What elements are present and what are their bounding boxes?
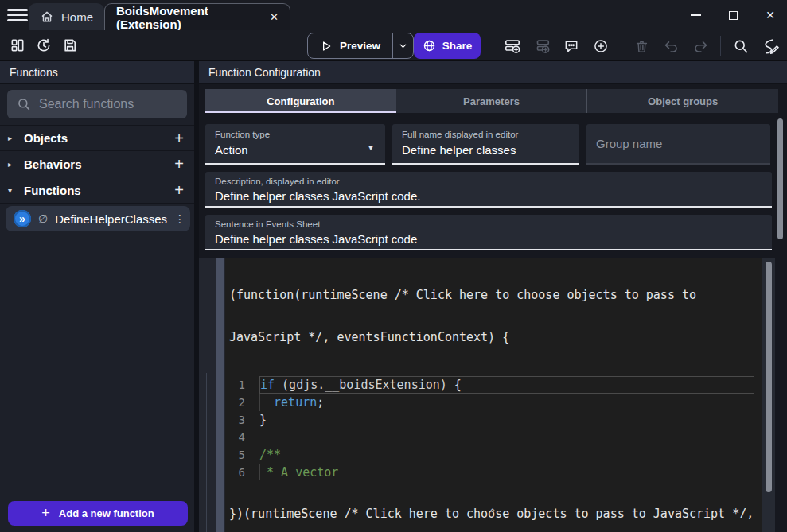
tab-boidsmovement[interactable]: BoidsMovement (Extension) ✕ [104,3,290,30]
code-wrapper-header[interactable]: (function(runtimeScene /* Click here to … [225,258,762,372]
events-scrollbar-track[interactable] [762,258,775,532]
code-line[interactable]: 5/** [225,446,762,464]
line-number: 3 [225,414,259,426]
sidebar-header: Functions [0,61,194,84]
tab-active-label: BoidsMovement (Extension) [116,4,263,31]
toolbar-divider [720,36,721,56]
configuration-header: Function Configuration [199,61,787,84]
events-drag-handle[interactable] [216,258,224,532]
js-code-editor[interactable]: (function(runtimeScene /* Click here to … [225,258,762,532]
group-name-field[interactable]: Group name [586,124,770,165]
sentence-field[interactable]: Sentence in Events Sheet Define helper c… [205,215,772,250]
code-line[interactable]: 4 [225,429,762,446]
search-input[interactable] [39,97,204,111]
share-button[interactable]: Share [414,33,481,59]
close-icon[interactable]: ✕ [765,10,776,21]
section-label: Behaviors [24,157,82,171]
play-icon [320,40,333,52]
preview-dropdown-icon[interactable] [393,33,413,58]
code-line[interactable]: 6 * A vector [225,464,762,481]
maximize-icon[interactable] [727,10,738,21]
function-icon: » [14,210,31,227]
code-text: /** [259,446,754,464]
undo-icon[interactable] [661,37,680,56]
configuration-title: Function Configuration [208,66,321,79]
tab-parameters[interactable]: Parameters [396,89,587,113]
delete-icon[interactable] [632,37,651,56]
preview-button[interactable]: Preview [307,33,414,59]
tab-label: Object groups [648,95,718,107]
code-header-line1: (function(runtimeScene /* Click here to … [229,289,759,303]
minimize-icon[interactable] [690,10,701,21]
events-sheet: (function(runtimeScene /* Click here to … [199,258,787,532]
add-event-icon[interactable] [503,37,522,56]
main-toolbar: Preview Share [0,30,787,61]
redo-icon[interactable] [691,37,710,56]
tab-home[interactable]: Home [29,3,104,30]
tab-home-label: Home [61,10,93,24]
add-object-button[interactable]: + [174,130,184,146]
line-number: 2 [225,396,259,409]
search-icon[interactable] [731,37,750,56]
field-label: Sentence in Events Sheet [215,219,762,229]
function-configuration-panel: Function Configuration Configuration Par… [199,61,787,532]
code-text: if (gdjs.__boidsExtension) { [259,376,754,394]
tab-configuration[interactable]: Configuration [205,89,396,113]
save-icon[interactable] [60,36,80,55]
line-number: 6 [225,466,259,479]
preview-label: Preview [340,40,380,52]
chevron-down-icon[interactable]: ▾ [8,186,24,195]
chevron-right-icon[interactable]: ▸ [8,160,24,169]
full-name-field[interactable]: Full name displayed in editor Define hel… [392,124,579,165]
sidebar-section-objects[interactable]: ▸ Objects + [0,125,194,151]
field-placeholder: Group name [596,137,662,150]
function-item-label: DefineHelperClasses [55,212,167,226]
tab-close-icon[interactable]: ✕ [270,11,279,23]
code-wrapper-footer[interactable]: })(runtimeScene /* Click here to choose … [229,480,762,532]
globe-icon [423,39,436,52]
code-line[interactable]: 1if (gdjs.__boidsExtension) { [225,376,762,394]
caret-up-icon: ^ [489,507,496,518]
sidebar-section-behaviors[interactable]: ▸ Behaviors + [0,151,194,177]
code-line[interactable]: 3} [225,411,762,429]
tab-object-groups[interactable]: Object groups [586,89,778,113]
history-clock-icon[interactable] [34,36,53,55]
chevron-right-icon[interactable]: ▸ [8,134,24,142]
code-line[interactable]: 2 return; [225,394,762,411]
add-subevent-icon[interactable] [532,37,551,56]
section-label: Objects [24,131,68,145]
toolbar-right-group [503,36,780,56]
share-label: Share [442,40,473,52]
panels-layout-icon[interactable] [8,36,27,55]
description-field[interactable]: Description, displayed in editor Define … [205,172,772,208]
add-new-function-button[interactable]: + Add a new function [8,501,188,526]
menu-icon[interactable] [7,6,28,24]
sidebar-section-functions[interactable]: ▾ Functions + [0,177,194,204]
function-type-select[interactable]: Function type Action ▼ [205,124,385,165]
private-function-icon: ∅ [38,212,48,225]
app-window: Home BoidsMovement (Extension) ✕ ✕ [0,0,787,532]
edit-pen-icon[interactable] [761,37,780,56]
add-action-circle-icon[interactable] [591,37,610,56]
line-number: 5 [225,449,259,461]
field-value: Define helper classes [402,143,570,157]
toolbar-divider [621,36,621,56]
tab-label: Parameters [463,95,520,107]
code-text: * A vector [259,464,754,481]
code-text: return; [259,394,754,411]
kebab-menu-icon[interactable]: ⋮ [174,212,185,225]
preview-button-main[interactable]: Preview [308,33,392,58]
add-function-label: Add a new function [59,507,154,519]
form-scrollbar[interactable] [777,118,783,239]
search-box[interactable] [7,90,187,118]
select-caret-icon: ▼ [367,143,375,152]
events-scrollbar-thumb[interactable] [766,262,772,492]
field-value: Define helper classes JavaScript code [215,232,762,246]
add-behavior-button[interactable]: + [174,156,184,172]
home-icon [40,10,54,24]
section-label: Functions [24,184,81,197]
add-comment-icon[interactable] [562,37,581,56]
function-item-definehelperclasses[interactable]: » ∅ DefineHelperClasses ⋮ [6,206,190,231]
add-function-plus-button[interactable]: + [174,182,184,198]
code-text [259,429,754,446]
